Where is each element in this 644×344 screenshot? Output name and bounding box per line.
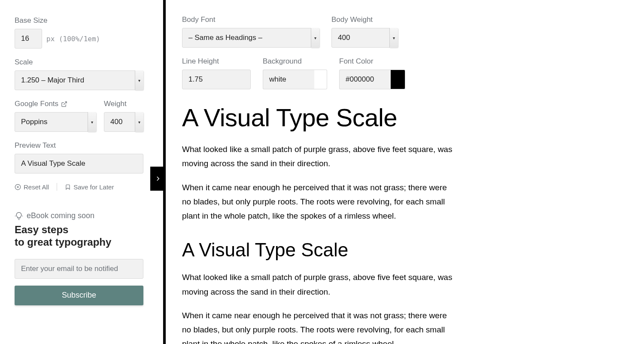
base-size-hint: px (100%/1em) [46,35,100,43]
line-height-label: Line Height [182,57,251,66]
body-weight-select[interactable] [331,28,398,48]
background-swatch[interactable] [314,70,327,89]
font-color-swatch[interactable] [391,70,405,89]
chevron-down-icon[interactable]: ▾ [135,112,143,132]
background-input[interactable] [263,70,314,89]
chevron-right-icon [154,175,162,183]
font-weight-row: Google Fonts ▾ Weight ▾ [15,100,150,132]
scale-select[interactable] [15,70,143,90]
external-link-icon[interactable] [61,101,67,107]
chevron-down-icon[interactable]: ▾ [311,28,319,48]
base-size-field: Base Size px (100%/1em) [15,16,150,49]
body-font-select[interactable] [182,28,319,48]
preview-text-label: Preview Text [15,141,150,150]
close-circle-icon [15,184,21,190]
top-controls-row1: Body Font ▾ Body Weight ▾ [182,15,625,48]
google-fonts-label: Google Fonts [15,100,96,108]
email-input[interactable] [15,259,143,279]
google-fonts-select[interactable] [15,112,96,132]
save-for-later-label: Save for Later [73,183,114,191]
preview-paragraph: When it came near enough he perceived th… [182,180,453,223]
ebook-promo: eBook coming soon Easy steps to great ty… [15,211,150,305]
preview-heading-2: A Visual Type Scale [182,239,625,261]
actions-row: Reset All Save for Later [15,183,150,191]
chevron-down-icon[interactable]: ▾ [135,70,143,90]
weight-label: Weight [104,100,143,108]
scale-field: Scale ▾ [15,58,150,90]
top-controls-row2: Line Height Background Font Color [182,57,625,89]
scale-label: Scale [15,58,150,67]
main-panel: Body Font ▾ Body Weight ▾ Line Height Ba… [163,0,644,344]
preview-paragraph: When it came near enough he perceived th… [182,308,453,344]
reset-all-button[interactable]: Reset All [15,183,49,191]
preview-paragraph: What looked like a small patch of purple… [182,270,453,299]
background-label: Background [263,57,327,66]
preview-text-field: Preview Text [15,141,150,174]
subscribe-button[interactable]: Subscribe [15,286,143,305]
save-for-later-button[interactable]: Save for Later [65,183,114,191]
chevron-down-icon[interactable]: ▾ [88,112,96,132]
font-color-label: Font Color [339,57,406,66]
svg-line-0 [64,101,67,104]
google-fonts-label-text: Google Fonts [15,100,58,108]
action-separator [57,183,57,191]
chevron-down-icon[interactable]: ▾ [389,28,398,48]
preview-text-input[interactable] [15,154,143,174]
preview-paragraph: What looked like a small patch of purple… [182,142,453,171]
ebook-tag: eBook coming soon [15,211,150,220]
body-weight-label: Body Weight [331,15,398,24]
collapse-toggle[interactable] [150,167,166,191]
preview-heading-1: A Visual Type Scale [182,103,625,132]
font-color-input[interactable] [339,70,391,89]
bookmark-icon [65,184,71,190]
sidebar: Base Size px (100%/1em) Scale ▾ Google F… [0,0,163,344]
line-height-input[interactable] [182,70,251,89]
reset-all-label: Reset All [24,183,49,191]
ebook-title-line2: to great typography [15,236,150,249]
ebook-tag-text: eBook coming soon [27,211,94,220]
base-size-input[interactable] [15,29,42,49]
base-size-label: Base Size [15,16,150,25]
lightbulb-icon [15,212,23,220]
ebook-title-line1: Easy steps [15,224,150,236]
ebook-title: Easy steps to great typography [15,224,150,249]
type-scale-preview: A Visual Type Scale What looked like a s… [182,103,625,344]
body-font-label: Body Font [182,15,319,24]
